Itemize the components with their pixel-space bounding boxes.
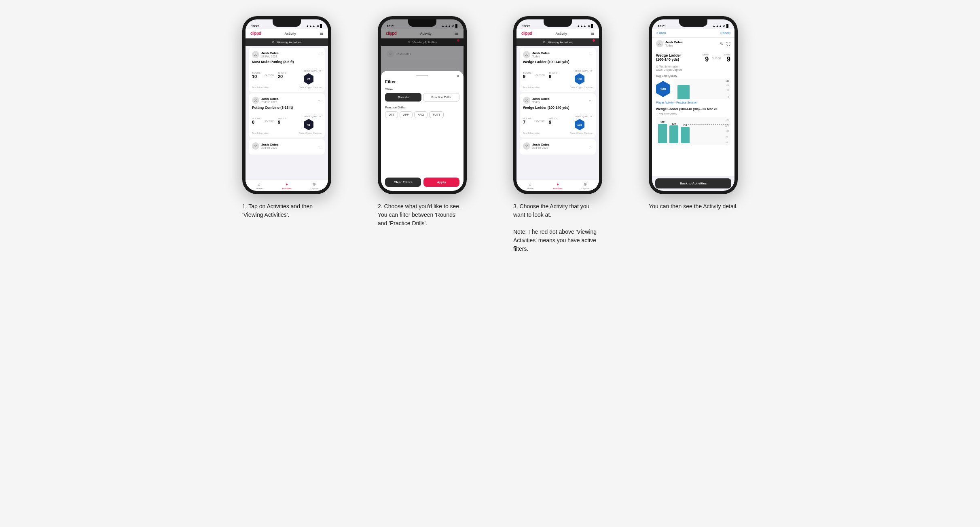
activity-card-3-1[interactable]: JC Josh Coles Today ··· Wedge Ladder (10… bbox=[520, 48, 596, 92]
session-tag: Player Activity • Practice Session bbox=[656, 101, 730, 104]
card-footer-3-1: Test Information Data: Clippd Capture bbox=[523, 86, 593, 89]
detail-user-text: Josh Coles Today bbox=[665, 40, 683, 47]
stats-row-1-1: Score 10 OUT OF Shots 20 Shot Quality 75 bbox=[252, 66, 322, 85]
activity-title-3-2: Wedge Ladder (100-140 yds) bbox=[523, 106, 593, 110]
avatar-3-3: JC bbox=[523, 142, 530, 150]
back-to-activities-btn[interactable]: Back to Activities bbox=[655, 178, 731, 188]
shots-value-3-1: 9 bbox=[549, 74, 557, 79]
activity-title-3-1: Wedge Ladder (100-140 yds) bbox=[523, 60, 593, 64]
nav-activities-1[interactable]: ♦ Activities bbox=[273, 180, 301, 191]
modal-close-btn[interactable]: ✕ bbox=[456, 74, 459, 78]
detail-title-score-group: Wedge Ladder(100-140 yds) Score 9 OUT OF… bbox=[656, 53, 730, 63]
modal-footer: Clear Filters Apply bbox=[385, 178, 459, 187]
filter-modal: ✕ Filter Show Rounds Practice Drills Pra… bbox=[381, 71, 464, 191]
user-date-1-2: 28 Feb 2023 bbox=[261, 101, 318, 104]
avatar-3-1: JC bbox=[523, 51, 530, 58]
phone-column-1: 13:20 ▲▲▲ ⌀ ▊ clippd Activity ☰ ⚙ View bbox=[227, 16, 347, 219]
shots-value-1-1: 20 bbox=[278, 74, 286, 79]
logo-3: clippd bbox=[521, 31, 532, 36]
sq-label-3-1: Shot Quality bbox=[575, 70, 593, 72]
wedge-chart-subtitle: → Avg Shot Quality bbox=[656, 112, 730, 115]
status-icons-3: ▲▲▲ ⌀ ▊ bbox=[577, 24, 593, 28]
expand-icon[interactable]: ⛶ bbox=[726, 42, 730, 46]
chart-mid-label: 100 bbox=[726, 84, 729, 87]
red-dot-3 bbox=[593, 39, 595, 42]
card-header-1-3: JC Josh Coles 28 Feb 2023 ··· bbox=[252, 142, 322, 150]
caption-4: You can then see the Activity detail. bbox=[649, 202, 738, 211]
session-tag-link[interactable]: Practice Session bbox=[676, 101, 697, 104]
drill-tag-app[interactable]: APP bbox=[400, 111, 413, 118]
toggle-rounds[interactable]: Rounds bbox=[385, 93, 421, 102]
edit-icon[interactable]: ✎ bbox=[720, 42, 723, 46]
home-icon-3: ⌂ bbox=[529, 182, 531, 186]
apply-btn[interactable]: Apply bbox=[423, 178, 459, 187]
activity-card-3-3[interactable]: JC Josh Coles 28 Feb 2023 ··· bbox=[520, 139, 596, 155]
battery-icon-1: ▊ bbox=[320, 24, 322, 28]
nav-capture-1[interactable]: ⊕ Capture bbox=[301, 180, 328, 191]
phone-notch-3 bbox=[544, 19, 572, 27]
toggle-practice[interactable]: Practice Drills bbox=[423, 93, 459, 102]
activities-label-3: Activities bbox=[553, 187, 563, 190]
drill-tag-ott[interactable]: OTT bbox=[385, 111, 398, 118]
data-capture-3-2: Data: Clippd Capture bbox=[570, 132, 593, 134]
session-tag-prefix: Player Activity • bbox=[656, 101, 675, 104]
card-header-1-1: JC Josh Coles 28 Feb 2023 ··· bbox=[252, 51, 322, 58]
dots-menu-1-3[interactable]: ··· bbox=[318, 144, 322, 148]
menu-icon-3[interactable]: ☰ bbox=[591, 31, 594, 36]
dots-menu-1-2[interactable]: ··· bbox=[318, 98, 322, 103]
shots-block-3-2: Shots 9 bbox=[549, 117, 557, 125]
drill-tag-arg[interactable]: ARG bbox=[414, 111, 428, 118]
bar-rect-2 bbox=[669, 125, 678, 143]
activity-card-1-1[interactable]: JC Josh Coles 28 Feb 2023 ··· Must Make … bbox=[249, 48, 325, 92]
user-date-1-3: 28 Feb 2023 bbox=[261, 146, 318, 149]
dots-menu-3-2[interactable]: ··· bbox=[589, 98, 593, 103]
app-nav-3: clippd Activity ☰ bbox=[516, 29, 599, 38]
caption-text-1: 1. Tap on Activities and then 'Viewing A… bbox=[242, 202, 331, 219]
capture-label-3: Capture bbox=[581, 187, 589, 190]
y-label-120: 120 bbox=[726, 124, 729, 127]
activity-card-1-3[interactable]: JC Josh Coles 28 Feb 2023 ··· bbox=[249, 139, 325, 155]
score-value-3-1: 9 bbox=[523, 74, 531, 79]
battery-icon-3: ▊ bbox=[591, 24, 593, 28]
viewing-banner-3[interactable]: ⚙ Viewing Activities bbox=[516, 38, 599, 46]
back-button[interactable]: < Back bbox=[656, 31, 666, 35]
user-name-3-3: Josh Coles bbox=[532, 143, 589, 146]
nav-home-3[interactable]: ⌂ Home bbox=[516, 180, 544, 191]
capture-icon-3: ⊕ bbox=[584, 182, 587, 186]
big-quality-badge: 130 bbox=[656, 81, 670, 97]
modal-handle bbox=[416, 75, 428, 76]
score-value-1-2: 0 bbox=[252, 120, 260, 125]
activity-card-1-2[interactable]: JC Josh Coles 28 Feb 2023 ··· Putting Co… bbox=[249, 93, 325, 138]
scroll-area-3: JC Josh Coles Today ··· Wedge Ladder (10… bbox=[516, 46, 599, 180]
bar-rect-1 bbox=[658, 124, 667, 143]
shots-block-1-2: Shots 9 bbox=[278, 117, 286, 125]
bar-label-1: 132 bbox=[660, 121, 665, 123]
scroll-area-1: JC Josh Coles 28 Feb 2023 ··· Must Make … bbox=[246, 46, 328, 180]
dots-menu-1-1[interactable]: ··· bbox=[318, 53, 322, 57]
shots-block-3-1: Shots 9 bbox=[549, 72, 557, 79]
detail-score-value: 9 bbox=[702, 56, 709, 63]
clear-filters-btn[interactable]: Clear Filters bbox=[385, 178, 421, 187]
detail-outof: OUT OF bbox=[712, 57, 721, 59]
nav-capture-3[interactable]: ⊕ Capture bbox=[571, 180, 599, 191]
nav-activities-3[interactable]: ♦ Activities bbox=[544, 180, 571, 191]
data-capture-3-1: Data: Clippd Capture bbox=[570, 86, 593, 89]
detail-score-col: Score 9 bbox=[702, 53, 709, 63]
activity-card-3-2[interactable]: JC Josh Coles Today ··· Wedge Ladder (10… bbox=[520, 93, 596, 138]
activity-title-1-1: Must Make Putting (3-6 ft) bbox=[252, 60, 322, 64]
bottom-nav-3: ⌂ Home ♦ Activities ⊕ Capture bbox=[516, 180, 599, 191]
dots-menu-3-3[interactable]: ··· bbox=[589, 144, 593, 148]
viewing-banner-1[interactable]: ⚙ Viewing Activities bbox=[246, 38, 328, 46]
card-header-1-2: JC Josh Coles 28 Feb 2023 ··· bbox=[252, 97, 322, 104]
caption-1: 1. Tap on Activities and then 'Viewing A… bbox=[242, 202, 331, 219]
card-header-3-3: JC Josh Coles 28 Feb 2023 ··· bbox=[523, 142, 593, 150]
chart-low-label: 50 bbox=[726, 89, 729, 91]
out-of-1-2: OUT OF bbox=[265, 120, 274, 122]
menu-icon-1[interactable]: ☰ bbox=[320, 31, 323, 36]
detail-header: < Back Cancel bbox=[652, 29, 734, 38]
cancel-button[interactable]: Cancel bbox=[720, 31, 730, 35]
dots-menu-3-1[interactable]: ··· bbox=[589, 53, 593, 57]
nav-home-1[interactable]: ⌂ Home bbox=[246, 180, 273, 191]
drill-tag-putt[interactable]: PUTT bbox=[429, 111, 444, 118]
bar-label-2: 129 bbox=[672, 123, 676, 125]
